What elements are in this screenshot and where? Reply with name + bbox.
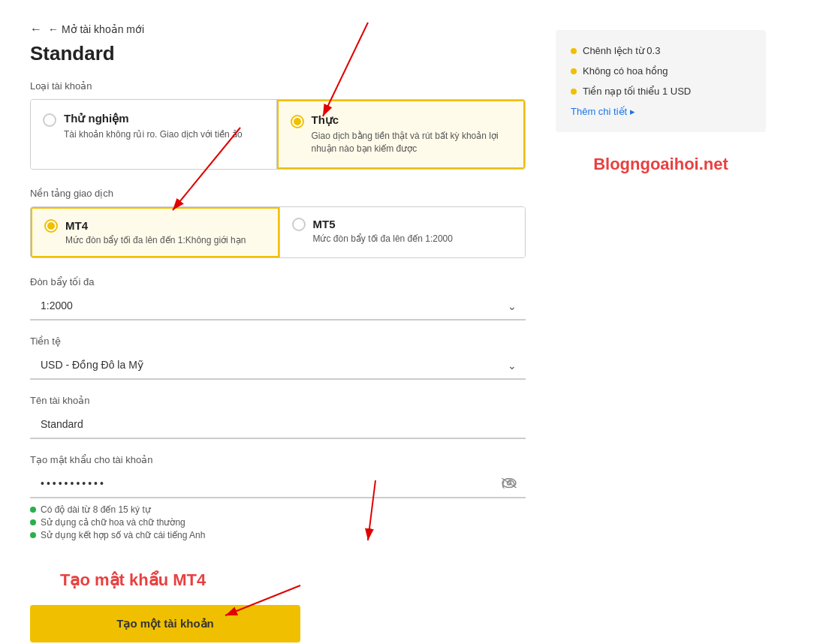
leverage-field-group: Đòn bẩy tối đa 1:2000 1:1000 1:500 1:200…	[30, 276, 526, 320]
sidebar-bullets-list: Chênh lệch từ 0.3 Không có hoa hồng Tiền…	[571, 45, 751, 97]
back-arrow-icon: ←	[30, 23, 42, 36]
radio-mt4[interactable]	[44, 219, 58, 233]
hint-list: Có độ dài từ 8 đến 15 ký tự Sử dụng cả c…	[30, 504, 526, 540]
sidebar: Chênh lệch từ 0.3 Không có hoa hồng Tiền…	[556, 23, 766, 642]
account-type-label: Loại tài khoản	[30, 80, 526, 92]
annotation-text: Tạo mật khẩu MT4	[60, 570, 206, 590]
leverage-select[interactable]: 1:2000 1:1000 1:500 1:200 1:100	[30, 292, 526, 320]
page-wrapper: ← ← Mở tài khoản mới Standard Loại tài k…	[0, 0, 838, 644]
currency-dropdown-wrapper: USD - Đồng Đô la Mỹ EUR - Euro GBP - Bản…	[30, 351, 526, 380]
platform-name-mt5: MT5	[313, 218, 453, 230]
account-card-thu-nghiem[interactable]: Thử nghiệm Tài khoản không rủi ro. Giao …	[31, 100, 276, 169]
back-link[interactable]: ← ← Mở tài khoản mới	[30, 23, 526, 36]
card-title-thu-nghiem: Thử nghiệm	[64, 112, 243, 125]
hint-text-3: Sử dụng kết hợp số và chữ cái tiếng Anh	[41, 530, 205, 540]
card-desc-thuc: Giao dịch bằng tiền thật và rút bất kỳ k…	[312, 130, 512, 155]
radio-thu-nghiem[interactable]	[43, 113, 56, 127]
sidebar-bullet-text-1: Chênh lệch từ 0.3	[583, 45, 660, 56]
sidebar-bullet-2: Không có hoa hồng	[571, 65, 751, 77]
platform-name-mt4: MT4	[65, 219, 246, 232]
hint-item-3: Sử dụng kết hợp số và chữ cái tiếng Anh	[30, 530, 526, 540]
card-desc-thu-nghiem: Tài khoản không rủi ro. Giao dịch với ti…	[64, 128, 243, 141]
platform-card-mt4[interactable]: MT4 Mức đòn bẩy tối đa lên đến 1:Không g…	[31, 207, 279, 257]
platform-desc-mt5: Mức đòn bẩy tối đa lên đến 1:2000	[313, 233, 453, 244]
platform-label: Nền tảng giao dịch	[30, 188, 526, 199]
hint-dot-3	[30, 532, 36, 538]
sidebar-bullet-text-2: Không có hoa hồng	[583, 65, 668, 77]
password-wrapper	[30, 470, 526, 498]
currency-field-group: Tiền tệ USD - Đồng Đô la Mỹ EUR - Euro G…	[30, 336, 526, 380]
account-card-thuc[interactable]: Thực Giao dịch bằng tiền thật và rút bất…	[277, 100, 526, 169]
page-title: Standard	[30, 42, 526, 65]
main-content: ← ← Mở tài khoản mới Standard Loại tài k…	[30, 23, 526, 642]
radio-thuc[interactable]	[291, 115, 304, 128]
create-account-button[interactable]: Tạo một tài khoản	[30, 605, 300, 642]
platform-card-mt5[interactable]: MT5 Mức đòn bẩy tối đa lên đến 1:2000	[280, 207, 526, 257]
leverage-label: Đòn bẩy tối đa	[30, 276, 526, 287]
currency-label: Tiền tệ	[30, 336, 526, 347]
currency-select[interactable]: USD - Đồng Đô la Mỹ EUR - Euro GBP - Bản…	[30, 351, 526, 380]
hint-text-1: Có độ dài từ 8 đến 15 ký tự	[41, 504, 151, 515]
more-details-link[interactable]: Thêm chi tiết ▸	[571, 106, 751, 117]
hint-dot-1	[30, 507, 36, 513]
bullet-dot-3	[571, 89, 577, 95]
account-name-input[interactable]	[30, 411, 526, 439]
card-title-thuc: Thực	[312, 113, 512, 127]
sidebar-bullet-1: Chênh lệch từ 0.3	[571, 45, 751, 56]
watermark-text: Blogngoaihoi.net	[556, 155, 766, 174]
password-input[interactable]	[30, 470, 526, 498]
sidebar-bullet-text-3: Tiền nạp tối thiểu 1 USD	[583, 86, 691, 97]
account-type-row: Thử nghiệm Tài khoản không rủi ro. Giao …	[30, 99, 526, 170]
sidebar-bullet-3: Tiền nạp tối thiểu 1 USD	[571, 86, 751, 97]
bullet-dot-1	[571, 48, 577, 54]
bullet-dot-2	[571, 68, 577, 74]
hint-text-2: Sử dụng cả chữ hoa và chữ thường	[41, 517, 185, 528]
sidebar-info-box: Chênh lệch từ 0.3 Không có hoa hồng Tiền…	[556, 30, 766, 132]
leverage-dropdown-wrapper: 1:2000 1:1000 1:500 1:200 1:100 ⌄	[30, 292, 526, 320]
eye-icon[interactable]	[502, 476, 517, 492]
account-name-label: Tên tài khoản	[30, 395, 526, 406]
password-field-group: Tạo mật khẩu cho tài khoản Có độ	[30, 454, 526, 540]
back-label-text: ← Mở tài khoản mới	[48, 23, 144, 35]
platform-row: MT4 Mức đòn bẩy tối đa lên đến 1:Không g…	[30, 206, 526, 258]
radio-mt5[interactable]	[292, 218, 306, 231]
password-label: Tạo mật khẩu cho tài khoản	[30, 454, 526, 465]
hint-item-1: Có độ dài từ 8 đến 15 ký tự	[30, 504, 526, 515]
hint-item-2: Sử dụng cả chữ hoa và chữ thường	[30, 517, 526, 528]
account-name-field-group: Tên tài khoản	[30, 395, 526, 439]
hint-dot-2	[30, 519, 36, 525]
platform-desc-mt4: Mức đòn bẩy tối đa lên đến 1:Không giới …	[65, 235, 246, 245]
